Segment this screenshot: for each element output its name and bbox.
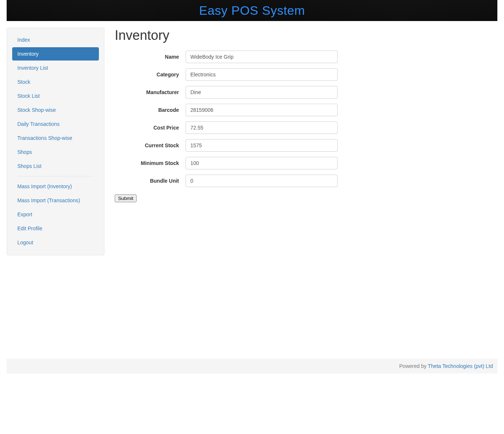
inventory-form: Name Category Manufacturer Barcode Cost …: [115, 51, 497, 202]
sidebar-item-logout[interactable]: Logout: [12, 236, 99, 249]
app-header: Easy POS System: [7, 0, 497, 21]
input-current-stock[interactable]: [186, 139, 338, 152]
sidebar-item-index[interactable]: Index: [12, 33, 99, 46]
input-minimum-stock[interactable]: [186, 157, 338, 169]
sidebar-item-mass-import-transactions[interactable]: Mass Import (Transactions): [12, 194, 99, 207]
sidebar-item-edit-profile[interactable]: Edit Profile: [12, 222, 99, 235]
submit-button[interactable]: Submit: [115, 194, 137, 202]
label-category: Category: [115, 72, 186, 78]
page-title: Inventory: [115, 28, 497, 43]
sidebar-item-shops-list[interactable]: Shops List: [12, 159, 99, 173]
app-title: Easy POS System: [199, 3, 305, 18]
sidebar-item-inventory[interactable]: Inventory: [12, 47, 99, 61]
label-name: Name: [115, 54, 186, 60]
footer: Powered by Theta Technologies (pvt) Ltd: [7, 359, 497, 373]
sidebar-item-daily-transactions[interactable]: Daily Transactions: [12, 117, 99, 131]
label-bundle-unit: Bundle Unit: [115, 178, 186, 184]
sidebar-item-stock-list[interactable]: Stock List: [12, 89, 99, 103]
main-content: Inventory Name Category Manufacturer Bar…: [115, 28, 497, 255]
label-barcode: Barcode: [115, 107, 186, 113]
sidebar-item-inventory-list[interactable]: Inventory List: [12, 61, 99, 75]
sidebar-item-transactions-shop-wise[interactable]: Transactions Shop-wise: [12, 131, 99, 145]
input-manufacturer[interactable]: [186, 86, 338, 99]
sidebar-divider: [18, 176, 93, 176]
sidebar-item-stock-shop-wise[interactable]: Stock Shop-wise: [12, 103, 99, 117]
label-minimum-stock: Minimum Stock: [115, 160, 186, 166]
label-manufacturer: Manufacturer: [115, 89, 186, 95]
input-barcode[interactable]: [186, 104, 338, 116]
sidebar-item-shops[interactable]: Shops: [12, 145, 99, 159]
label-cost-price: Cost Price: [115, 125, 186, 131]
input-name[interactable]: [186, 51, 338, 63]
sidebar-nav: Index Inventory Inventory List Stock Sto…: [7, 33, 104, 249]
sidebar-item-stock[interactable]: Stock: [12, 75, 99, 89]
input-category[interactable]: [186, 68, 338, 81]
footer-prefix: Powered by: [399, 363, 428, 369]
label-current-stock: Current Stock: [115, 142, 186, 148]
sidebar-item-mass-import-inventory[interactable]: Mass Import (Inventory): [12, 180, 99, 193]
footer-link[interactable]: Theta Technologies (pvt) Ltd: [428, 363, 493, 369]
input-cost-price[interactable]: [186, 121, 338, 134]
sidebar: Index Inventory Inventory List Stock Sto…: [7, 28, 104, 255]
input-bundle-unit[interactable]: [186, 175, 338, 187]
sidebar-item-export[interactable]: Export: [12, 208, 99, 221]
